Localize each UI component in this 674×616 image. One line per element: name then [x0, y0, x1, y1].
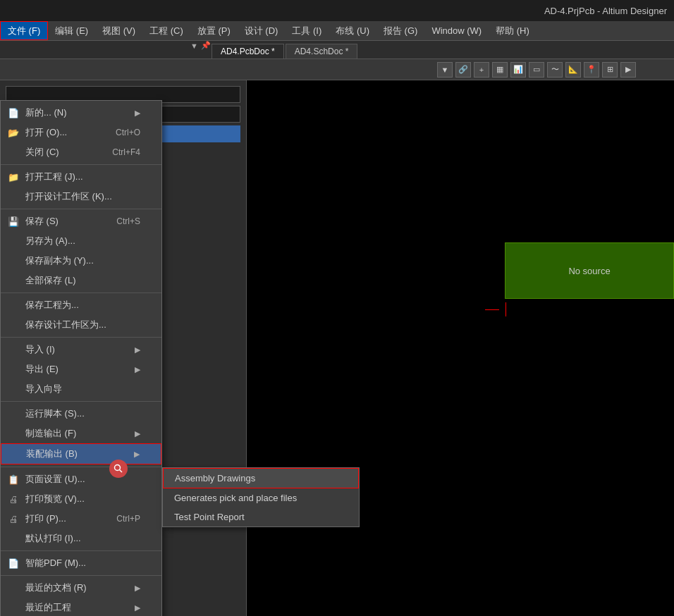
menu-assembly[interactable]: 装配输出 (B) ▶ — [1, 443, 161, 464]
title-text: AD-4.PrjPcb - Altium Designer — [544, 6, 667, 16]
svg-point-0 — [115, 465, 121, 471]
menu-open[interactable]: 📂 打开 (O)... Ctrl+O — [1, 123, 161, 142]
menu-section-6: 运行脚本 (S)... 制造输出 (F) ▶ 装配输出 (B) ▶ — [1, 402, 161, 467]
toolbar-rect[interactable]: ▭ — [529, 62, 544, 78]
pcb-canvas: No source — [247, 80, 674, 616]
menu-section-3: 💾 保存 (S) Ctrl+S 另存为 (A)... 保存副本为 (Y)... … — [1, 209, 161, 293]
menu-section-1: 📄 新的... (N) ▶ 📂 打开 (O)... Ctrl+O 关闭 (C) … — [1, 101, 161, 165]
search-icon-overlay — [109, 460, 128, 478]
no-source-label: No source — [568, 266, 610, 276]
menu-section-8: 📄 智能PDF (M)... — [1, 551, 161, 576]
titlebar: AD-4.PrjPcb - Altium Designer — [0, 0, 674, 21]
menu-save-copy[interactable]: 保存副本为 (Y)... — [1, 251, 161, 271]
toolbar-wave[interactable]: 〜 — [547, 62, 563, 78]
menu-save-project[interactable]: 保存工程为... — [1, 295, 161, 315]
menu-save-workspace[interactable]: 保存设计工作区为... — [1, 315, 161, 335]
menu-section-2: 📁 打开工程 (J)... 打开设计工作区 (K)... — [1, 165, 161, 209]
toolbar: ▼ 🔗 + ▦ 📊 ▭ 〜 📐 📍 ⊞ ▶ — [0, 59, 674, 80]
svg-line-1 — [120, 470, 123, 473]
menu-close[interactable]: 关闭 (C) Ctrl+F4 — [1, 142, 161, 162]
tab-schdoc[interactable]: AD4.SchDoc * — [286, 44, 358, 58]
menu-save-as[interactable]: 另存为 (A)... — [1, 231, 161, 251]
toolbar-link[interactable]: 🔗 — [455, 62, 471, 78]
menu-recent-projects[interactable]: 最近的工程 ▶ — [1, 598, 161, 616]
pdf-icon: 📄 — [6, 558, 20, 569]
page-setup-icon: 📋 — [6, 474, 20, 485]
tab-pcbdoc[interactable]: AD4.PcbDoc * — [212, 44, 284, 58]
menu-tools[interactable]: 工具 (I) — [285, 21, 329, 40]
menu-default-print[interactable]: 默认打印 (I)... — [1, 529, 161, 548]
submenu-assembly-drawings[interactable]: Assembly Drawings — [163, 468, 359, 488]
menu-save-all[interactable]: 全部保存 (L) — [1, 271, 161, 290]
export-arrow-icon: ▶ — [135, 365, 140, 374]
main-area: 📄 新的... (N) ▶ 📂 打开 (O)... Ctrl+O 关闭 (C) … — [0, 80, 674, 616]
menu-import[interactable]: 导入 (I) ▶ — [1, 340, 161, 359]
menu-report[interactable]: 报告 (G) — [376, 21, 424, 40]
menu-export[interactable]: 导出 (E) ▶ — [1, 359, 161, 379]
recent-projects-arrow: ▶ — [135, 603, 140, 612]
menu-print[interactable]: 🖨 打印 (P)... Ctrl+P — [1, 509, 161, 529]
toolbar-layers[interactable]: ⊞ — [602, 62, 618, 78]
menu-view[interactable]: 视图 (V) — [95, 21, 142, 40]
toolbar-chart[interactable]: 📊 — [510, 62, 526, 78]
menu-section-9: 最近的文档 (R) ▶ 最近的工程 ▶ 最近的设计工作区 ▶ — [1, 576, 161, 616]
assembly-arrow-icon: ▶ — [134, 450, 140, 459]
submenu-test-point[interactable]: Test Point Report — [163, 507, 359, 526]
file-dropdown-menu: 📄 新的... (N) ▶ 📂 打开 (O)... Ctrl+O 关闭 (C) … — [0, 100, 162, 616]
menu-recent-docs[interactable]: 最近的文档 (R) ▶ — [1, 578, 161, 598]
toolbar-measure[interactable]: 📐 — [565, 62, 581, 78]
new-icon: 📄 — [6, 108, 20, 118]
import-arrow-icon: ▶ — [135, 345, 140, 355]
toolbar-add[interactable]: + — [474, 62, 489, 78]
crosshair-horizontal — [485, 309, 499, 310]
menu-file[interactable]: 文件 (F) — [0, 21, 48, 40]
toolbar-filter[interactable]: ▼ — [437, 62, 453, 78]
toolbar-more[interactable]: ▶ — [620, 62, 636, 78]
save-icon: 💾 — [6, 216, 20, 227]
menu-fabrication[interactable]: 制造输出 (F) ▶ — [1, 424, 161, 443]
tabbar: ▼ 📌 AD4.PcbDoc * AD4.SchDoc * — [0, 41, 674, 59]
menubar: 文件 (F) 编辑 (E) 视图 (V) 工程 (C) 放置 (P) 设计 (D… — [0, 21, 674, 41]
menu-new[interactable]: 📄 新的... (N) ▶ — [1, 103, 161, 123]
menu-project[interactable]: 工程 (C) — [142, 21, 190, 40]
submenu-pick-place[interactable]: Generates pick and place files — [163, 488, 359, 507]
recent-docs-arrow: ▶ — [135, 584, 140, 593]
menu-run-script[interactable]: 运行脚本 (S)... — [1, 404, 161, 424]
menu-edit[interactable]: 编辑 (E) — [48, 21, 95, 40]
menu-place[interactable]: 放置 (P) — [190, 21, 238, 40]
menu-help[interactable]: 帮助 (H) — [489, 21, 537, 40]
menu-import-wizard[interactable]: 导入向导 — [1, 379, 161, 399]
menu-section-5: 导入 (I) ▶ 导出 (E) ▶ 导入向导 — [1, 338, 161, 402]
crosshair-vertical — [506, 302, 506, 316]
menu-section-7: 📋 页面设置 (U)... 🖨 打印预览 (V)... 🖨 打印 (P)... … — [1, 467, 161, 551]
arrow-icon: ▶ — [135, 109, 140, 118]
menu-open-workspace[interactable]: 打开设计工作区 (K)... — [1, 187, 161, 207]
print-preview-icon: 🖨 — [6, 494, 20, 505]
assembly-submenu: Assembly Drawings Generates pick and pla… — [162, 467, 360, 527]
project-icon: 📁 — [6, 172, 20, 183]
menu-route[interactable]: 布线 (U) — [329, 21, 376, 40]
menu-window[interactable]: Window (W) — [424, 21, 489, 40]
menu-open-project[interactable]: 📁 打开工程 (J)... — [1, 167, 161, 187]
menu-section-4: 保存工程为... 保存设计工作区为... — [1, 293, 161, 338]
menu-design[interactable]: 设计 (D) — [238, 21, 286, 40]
menu-page-setup[interactable]: 📋 页面设置 (U)... — [1, 469, 161, 489]
fab-arrow-icon: ▶ — [135, 429, 140, 438]
print-icon: 🖨 — [6, 514, 20, 524]
menu-smart-pdf[interactable]: 📄 智能PDF (M)... — [1, 553, 161, 573]
menu-print-preview[interactable]: 🖨 打印预览 (V)... — [1, 489, 161, 509]
toolbar-pin[interactable]: 📍 — [584, 62, 599, 78]
no-source-box: No source — [505, 242, 674, 299]
menu-save[interactable]: 💾 保存 (S) Ctrl+S — [1, 211, 161, 231]
open-icon: 📂 — [6, 128, 20, 138]
toolbar-grid[interactable]: ▦ — [492, 62, 508, 78]
